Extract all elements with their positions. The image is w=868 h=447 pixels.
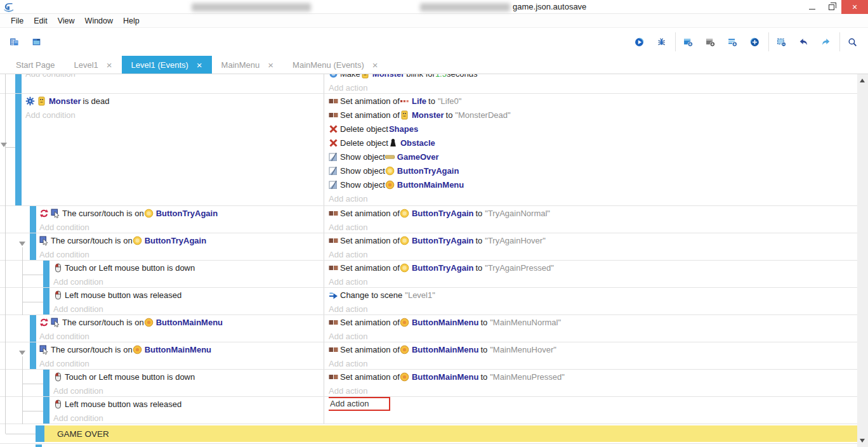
add-condition-button[interactable]: Add condition [25, 74, 76, 79]
tab-level1[interactable]: Level1× [64, 56, 121, 74]
event-released-tryagain[interactable]: Left mouse button was releasedAdd condit… [0, 287, 857, 314]
conditions-cell[interactable]: Left mouse button was releasedAdd condit… [0, 288, 324, 314]
event-cursor-on-mainmenu[interactable]: The cursor/touch is on ButtonMainMenuAdd… [0, 342, 857, 369]
add-action-button[interactable]: Add action [329, 359, 367, 368]
action-line[interactable]: Show object ButtonTryAgain [329, 164, 857, 178]
tab-level1-events-[interactable]: Level1 (Events)× [122, 56, 212, 74]
add-action-button[interactable]: Add action [329, 223, 367, 232]
action-line[interactable]: Set animation of Life to "Life0" [329, 94, 857, 108]
event-released-mainmenu[interactable]: Left mouse button was releasedAdd condit… [0, 396, 857, 424]
comment-game-over[interactable]: GAME OVER [0, 424, 857, 443]
add-condition-button[interactable]: Add condition [53, 304, 103, 314]
action-line[interactable]: Show object GameOver [329, 150, 857, 164]
menu-help[interactable]: Help [118, 16, 145, 25]
expand-toggle-icon[interactable] [19, 351, 25, 355]
conditions-cell[interactable]: Monster is deadAdd condition [0, 94, 324, 205]
add-condition-button[interactable]: Add condition [25, 110, 76, 120]
actions-cell[interactable]: Set animation of ButtonMainMenu to "Main… [324, 342, 857, 369]
add-action-button[interactable]: Add action [329, 332, 367, 341]
add-comment-button[interactable] [722, 30, 744, 53]
conditions-cell[interactable]: The cursor/touch is on ButtonTryAgainAdd… [0, 233, 324, 260]
add-condition-button[interactable]: Add condition [53, 277, 103, 287]
conditions-cell[interactable]: The cursor/touch is on ButtonMainMenuAdd… [0, 342, 324, 369]
restore-button[interactable] [822, 0, 841, 14]
condition-line[interactable]: Touch or Left mouse button is down [53, 370, 324, 384]
tab-start-page[interactable]: Start Page [6, 56, 64, 74]
expand-toggle-icon[interactable] [19, 242, 25, 246]
conditions-cell[interactable]: The cursor/touch is on ButtonTryAgainAdd… [0, 206, 324, 233]
redo-button[interactable] [815, 30, 838, 53]
conditions-cell[interactable]: The cursor/touch is on ButtonMainMenuAdd… [0, 315, 324, 342]
add-action-button[interactable]: Add action [329, 250, 367, 259]
actions-cell[interactable]: Set animation of ButtonTryAgain to "TryA… [324, 261, 857, 287]
action-line[interactable]: Set animation of ButtonTryAgain to "TryA… [329, 233, 857, 247]
actions-cell[interactable]: Set animation of ButtonMainMenu to "Main… [324, 315, 857, 342]
event-cursor-on-mainmenu-inverted[interactable]: The cursor/touch is on ButtonMainMenuAdd… [0, 314, 857, 342]
condition-line[interactable]: Left mouse button was released [53, 397, 324, 411]
add-action-button[interactable]: Add action [329, 386, 367, 396]
project-manager-button[interactable] [4, 30, 26, 53]
add-condition-button[interactable]: Add condition [39, 332, 89, 341]
tab-close-icon[interactable]: × [372, 60, 378, 70]
scene-window-button[interactable] [26, 30, 48, 53]
action-line[interactable]: Delete object Obstacle [329, 136, 857, 150]
add-action-button[interactable]: Add action [329, 83, 367, 93]
add-condition-button[interactable]: Add condition [39, 223, 89, 232]
tab-close-icon[interactable]: × [107, 60, 112, 70]
actions-cell[interactable]: Set animation of Life to "Life0"Set anim… [324, 94, 857, 205]
event-make-blink[interactable]: Add conditionMake Monster blink for 1.5 … [0, 74, 857, 93]
actions-cell[interactable]: Set animation of ButtonMainMenu to "Main… [324, 370, 857, 396]
add-event-button[interactable] [678, 30, 700, 53]
actions-cell[interactable]: Set animation of ButtonTryAgain to "TryA… [324, 206, 857, 233]
condition-line[interactable]: Left mouse button was released [53, 288, 324, 302]
condition-line[interactable]: Monster is dead [25, 94, 324, 108]
add-action-button[interactable]: Add action [329, 277, 367, 287]
action-line[interactable]: Set animation of Monster to "MonsterDead… [329, 108, 857, 122]
action-line[interactable]: Make Monster blink for 1.5 seconds [329, 74, 857, 81]
add-action-button[interactable]: Add action [329, 194, 367, 204]
scroll-up-icon[interactable] [860, 79, 865, 82]
condition-line[interactable]: The cursor/touch is on ButtonMainMenu [39, 342, 324, 356]
actions-cell[interactable]: Make Monster blink for 1.5 secondsAdd ac… [324, 74, 857, 93]
add-circle-button[interactable] [744, 30, 766, 53]
action-line[interactable]: Set animation of ButtonMainMenu to "Main… [329, 342, 857, 356]
action-line[interactable]: Delete object Shapes [329, 122, 857, 136]
condition-line[interactable]: The cursor/touch is on ButtonTryAgain [39, 206, 324, 220]
actions-cell[interactable]: Set animation of ButtonTryAgain to "TryA… [324, 233, 857, 260]
condition-line[interactable]: The cursor/touch is on ButtonTryAgain [39, 233, 324, 247]
add-condition-button[interactable]: Add condition [53, 413, 103, 423]
vertical-scrollbar[interactable] [857, 74, 868, 447]
menu-view[interactable]: View [53, 16, 80, 25]
event-touch-down-mainmenu[interactable]: Touch or Left mouse button is downAdd co… [0, 369, 857, 396]
conditions-cell[interactable]: Touch or Left mouse button is downAdd co… [0, 261, 324, 287]
add-condition-button[interactable]: Add condition [53, 386, 103, 396]
expand-toggle-icon[interactable] [1, 143, 7, 147]
scroll-down-icon[interactable] [860, 439, 865, 443]
add-condition-button[interactable]: Add condition [39, 250, 89, 259]
actions-cell[interactable]: Add action [324, 397, 857, 424]
actions-cell[interactable]: Change to scene "Level1"Add action [324, 288, 857, 314]
action-line[interactable]: Set animation of ButtonMainMenu to "Main… [329, 315, 857, 329]
close-button[interactable]: × [841, 0, 868, 14]
add-subevent-button[interactable] [700, 30, 722, 53]
event-touch-down-tryagain[interactable]: Touch or Left mouse button is downAdd co… [0, 260, 857, 287]
add-condition-button[interactable]: Add condition [39, 359, 89, 368]
menu-window[interactable]: Window [80, 16, 118, 25]
action-line[interactable]: Set animation of ButtonMainMenu to "Main… [329, 370, 857, 384]
undo-button[interactable] [793, 30, 815, 53]
event-cursor-on-tryagain-inverted[interactable]: The cursor/touch is on ButtonTryAgainAdd… [0, 205, 857, 233]
action-line[interactable]: Set animation of ButtonTryAgain to "TryA… [329, 261, 857, 275]
condition-line[interactable]: Touch or Left mouse button is down [53, 261, 324, 275]
tab-mainmenu-events-[interactable]: MainMenu (Events)× [283, 56, 387, 74]
action-line[interactable]: Set animation of ButtonTryAgain to "TryA… [329, 206, 857, 220]
event-monster-is-dead[interactable]: Monster is deadAdd conditionSet animatio… [0, 93, 857, 205]
add-action-button[interactable]: Add action [329, 304, 367, 314]
remove-event-button[interactable] [771, 30, 793, 53]
menu-file[interactable]: File [6, 16, 29, 25]
condition-line[interactable]: The cursor/touch is on ButtonMainMenu [39, 315, 324, 329]
add-action-button[interactable]: Add action [329, 397, 390, 411]
action-line[interactable]: Change to scene "Level1" [329, 288, 857, 302]
event-cursor-on-tryagain[interactable]: The cursor/touch is on ButtonTryAgainAdd… [0, 233, 857, 260]
search-button[interactable] [842, 30, 864, 53]
tab-close-icon[interactable]: × [197, 60, 202, 70]
